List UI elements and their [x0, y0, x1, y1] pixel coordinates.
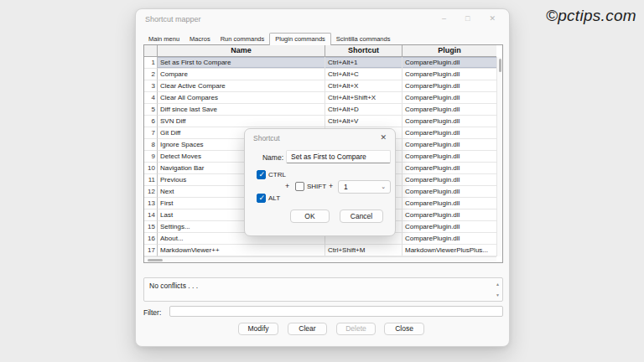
header-shortcut[interactable]: Shortcut: [325, 45, 402, 57]
cell-name: Diff since last Save: [158, 104, 325, 116]
table-header: Name Shortcut Plugin: [144, 45, 502, 57]
cell-rownum: 5: [144, 104, 158, 116]
filter-input[interactable]: [169, 306, 503, 317]
cell-rownum: 6: [144, 116, 158, 127]
cell-rownum: 15: [144, 221, 158, 233]
filter-label: Filter:: [143, 308, 161, 317]
header-plugin[interactable]: Plugin: [402, 45, 496, 57]
cell-name: Clear All Compares: [158, 92, 325, 104]
shortcut-dialog: Shortcut ✕ Name: Set as First to Compare…: [244, 128, 396, 236]
cell-shortcut: Ctrl+Alt+D: [325, 104, 402, 116]
minimize-icon[interactable]: –: [442, 13, 446, 23]
cell-shortcut: Ctrl+Shift+M: [325, 245, 402, 256]
cell-plugin: ComparePlugin.dll: [402, 116, 496, 127]
tab-macros[interactable]: Macros: [184, 34, 216, 44]
cell-name: Set as First to Compare: [158, 57, 325, 69]
cell-rownum: 8: [144, 139, 158, 151]
cell-shortcut: Ctrl+Alt+C: [325, 69, 402, 80]
cell-rownum: 12: [144, 186, 158, 198]
table-row[interactable]: 4Clear All ComparesCtrl+Alt+Shift+XCompa…: [144, 92, 496, 104]
tab-main-menu[interactable]: Main menu: [143, 34, 184, 44]
shift-label: SHIFT: [307, 183, 326, 190]
cell-plugin: ComparePlugin.dll: [402, 221, 496, 233]
cell-rownum: 10: [144, 163, 158, 174]
cell-shortcut: Ctrl+Alt+Shift+X: [325, 92, 402, 104]
alt-checkbox[interactable]: [257, 194, 266, 203]
conflicts-panel: No conflicts . . . ▲ ▼: [143, 277, 503, 302]
table-row[interactable]: 3Clear Active CompareCtrl+Alt+XComparePl…: [144, 80, 496, 92]
cell-plugin: ComparePlugin.dll: [402, 80, 496, 92]
screenshot-root: ©pctips.com Shortcut mapper – □ ✕ Main m…: [0, 0, 644, 362]
modify-button[interactable]: Modify: [238, 323, 278, 335]
watermark: ©pctips.com: [546, 7, 636, 25]
ok-button[interactable]: OK: [290, 209, 330, 223]
cancel-button[interactable]: Cancel: [340, 209, 383, 223]
clear-button[interactable]: Clear: [288, 323, 327, 335]
cell-rownum: 3: [144, 80, 158, 92]
cell-rownum: 14: [144, 209, 158, 221]
window-title: Shortcut mapper: [145, 15, 201, 23]
cell-rownum: 13: [144, 198, 158, 209]
cell-rownum: 4: [144, 92, 158, 104]
cell-name: MarkdownViewer++: [158, 245, 325, 256]
dialog-title: Shortcut: [253, 134, 280, 142]
table-row[interactable]: 6SVN DiffCtrl+Alt+VComparePlugin.dll: [144, 116, 496, 127]
cell-rownum: 9: [144, 151, 158, 163]
shift-checkbox-row: SHIFT: [295, 182, 326, 191]
ctrl-checkbox-row: CTRL: [257, 170, 286, 179]
horizontal-scrollbar-thumb[interactable]: [148, 259, 163, 261]
cell-name: SVN Diff: [158, 116, 325, 127]
tab-run-commands[interactable]: Run commands: [216, 34, 270, 44]
table-row[interactable]: 17MarkdownViewer++Ctrl+Shift+MMarkdownVi…: [144, 245, 496, 256]
vertical-scrollbar[interactable]: [496, 57, 502, 256]
dialog-close-icon[interactable]: ✕: [380, 133, 387, 142]
cell-shortcut: Ctrl+Alt+X: [325, 80, 402, 92]
cell-rownum: 16: [144, 233, 158, 245]
cell-plugin: ComparePlugin.dll: [402, 69, 496, 80]
cell-rownum: 1: [144, 57, 158, 69]
table-row[interactable]: 2CompareCtrl+Alt+CComparePlugin.dll: [144, 69, 496, 80]
cell-rownum: 17: [144, 245, 158, 256]
maximize-icon[interactable]: □: [465, 13, 470, 23]
header-rownum[interactable]: [144, 45, 158, 57]
cell-name: Compare: [158, 69, 325, 80]
cell-name: Clear Active Compare: [158, 80, 325, 92]
plus-sign: +: [285, 182, 289, 190]
cell-plugin: ComparePlugin.dll: [402, 209, 496, 221]
alt-label: ALT: [268, 194, 280, 202]
horizontal-scrollbar[interactable]: [144, 256, 496, 262]
close-icon[interactable]: ✕: [489, 13, 496, 23]
cell-plugin: ComparePlugin.dll: [402, 198, 496, 209]
cell-plugin: ComparePlugin.dll: [402, 104, 496, 116]
scroll-up-icon[interactable]: ▲: [496, 282, 500, 287]
cell-rownum: 7: [144, 127, 158, 139]
cell-plugin: ComparePlugin.dll: [402, 233, 496, 245]
shift-checkbox[interactable]: [295, 182, 304, 191]
cell-shortcut: Ctrl+Alt+V: [325, 116, 402, 127]
cell-plugin: ComparePlugin.dll: [402, 57, 496, 69]
scroll-down-icon[interactable]: ▼: [496, 292, 500, 297]
cell-plugin: MarkdownViewerPlusPlus...: [402, 245, 496, 256]
tab-plugin-commands[interactable]: Plugin commands: [269, 33, 331, 45]
cell-plugin: ComparePlugin.dll: [402, 139, 496, 151]
name-label: Name:: [245, 153, 283, 162]
name-input[interactable]: Set as First to Compare: [286, 150, 391, 163]
tab-bar: Main menuMacrosRun commandsPlugin comman…: [143, 33, 395, 44]
ctrl-checkbox[interactable]: [257, 170, 266, 179]
tab-scintilla-commands[interactable]: Scintilla commands: [331, 34, 396, 44]
close-button[interactable]: Close: [384, 323, 424, 335]
cell-plugin: ComparePlugin.dll: [402, 163, 496, 174]
key-combobox-value: 1: [344, 183, 348, 191]
cell-plugin: ComparePlugin.dll: [402, 127, 496, 139]
alt-checkbox-row: ALT: [257, 194, 280, 203]
plus-sign: +: [329, 182, 333, 190]
vertical-scrollbar-thumb[interactable]: [499, 59, 501, 72]
header-name[interactable]: Name: [158, 45, 325, 57]
cell-plugin: ComparePlugin.dll: [402, 92, 496, 104]
table-row[interactable]: 1Set as First to CompareCtrl+Alt+1Compar…: [144, 57, 496, 69]
ctrl-label: CTRL: [268, 171, 286, 178]
cell-rownum: 11: [144, 174, 158, 186]
chevron-down-icon: ⌄: [381, 184, 386, 190]
table-row[interactable]: 5Diff since last SaveCtrl+Alt+DComparePl…: [144, 104, 496, 116]
key-combobox[interactable]: 1 ⌄: [338, 180, 391, 194]
